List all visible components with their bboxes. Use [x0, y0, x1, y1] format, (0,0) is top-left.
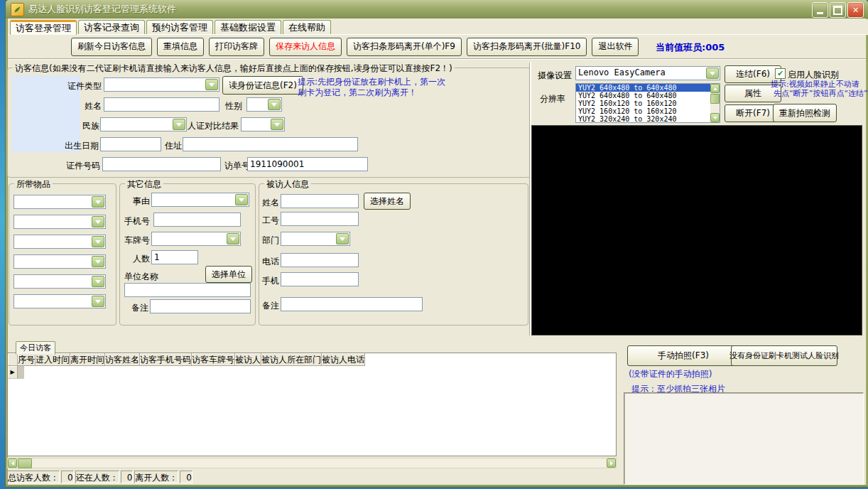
visited-name-input[interactable]	[281, 194, 359, 208]
table-column-header[interactable]: 访客姓名	[105, 353, 140, 366]
chevron-down-icon[interactable]	[271, 119, 283, 130]
close-icon: ✕	[852, 6, 859, 15]
toolbar-button[interactable]: 访客扫条形码离开(单个)F9	[347, 38, 462, 56]
work-no-input[interactable]	[281, 212, 359, 226]
face-compare-combo[interactable]	[241, 117, 285, 131]
scroll-down-icon[interactable]	[710, 113, 720, 122]
item-combo-5[interactable]	[13, 274, 106, 289]
visited-mobile-input[interactable]	[281, 272, 359, 286]
ethnic-combo[interactable]	[100, 117, 187, 131]
main-tab[interactable]: 在线帮助	[283, 20, 331, 34]
chevron-down-icon[interactable]	[227, 233, 239, 244]
address-input[interactable]	[183, 137, 358, 151]
toolbar-button[interactable]: 打印访客牌	[209, 38, 264, 56]
scroll-up-icon[interactable]	[710, 84, 720, 93]
reason-combo[interactable]	[151, 193, 249, 207]
table-hscrollbar[interactable]	[7, 458, 617, 468]
chevron-down-icon[interactable]	[706, 68, 719, 79]
main-tab[interactable]: 访客记录查询	[78, 20, 145, 34]
select-unit-button[interactable]: 选择单位	[205, 266, 252, 283]
table-column-header[interactable]: 序号	[18, 353, 36, 366]
visitor-mobile-input[interactable]	[153, 213, 241, 227]
id-number-input[interactable]	[102, 157, 221, 171]
window-frame-bottom	[6, 485, 868, 487]
visit-no-input[interactable]	[247, 157, 368, 171]
table-column-header[interactable]: 离开时间	[70, 353, 105, 366]
people-count-input[interactable]	[151, 250, 198, 264]
unit-name-input[interactable]	[124, 283, 251, 297]
scroll-left-icon[interactable]	[8, 458, 17, 468]
chevron-down-icon[interactable]	[92, 196, 104, 208]
table-column-header[interactable]: 访客手机号码	[140, 353, 192, 366]
resolution-option[interactable]: YUY2 320x240 to 320x240	[576, 115, 710, 122]
chevron-down-icon[interactable]	[268, 99, 281, 110]
table-column-header[interactable]: 访客车牌号	[192, 353, 235, 366]
table-row[interactable]: ▶	[8, 366, 616, 379]
chevron-down-icon[interactable]	[235, 194, 248, 205]
maximize-button[interactable]	[830, 2, 846, 18]
chevron-down-icon[interactable]	[92, 216, 104, 227]
department-combo[interactable]	[281, 232, 350, 246]
visited-phone-label: 电话	[262, 256, 279, 268]
plate-combo[interactable]	[151, 232, 241, 246]
item-combo-2[interactable]	[13, 215, 106, 229]
item-combo-6[interactable]	[13, 294, 106, 308]
resolution-scrollbar[interactable]	[710, 84, 720, 122]
table-column-header[interactable]: 被访人	[235, 353, 261, 366]
chevron-down-icon[interactable]	[92, 256, 104, 267]
table-column-header[interactable]: 被访人所在部门	[261, 353, 322, 366]
title-bar[interactable]: 易达人脸识别访客登记管理系统软件 ✕	[6, 0, 868, 18]
status-group: 还在人数： 0	[75, 471, 134, 483]
plate-label: 车牌号	[124, 235, 150, 247]
resolution-option[interactable]: YUY2 160x120 to 160x120	[576, 100, 710, 107]
retake-photo-button[interactable]: 重新拍照检测	[773, 104, 837, 122]
table-cell[interactable]	[23, 366, 24, 379]
id-type-combo[interactable]	[104, 77, 219, 92]
chevron-down-icon[interactable]	[173, 119, 185, 130]
today-visitors-table[interactable]: 序号进入时间离开时间访客姓名访客手机号码访客车牌号被访人被访人所在部门被访人电话…	[7, 353, 617, 456]
resolution-option[interactable]: YUY2 640x480 to 640x480	[576, 84, 710, 92]
toolbar-button[interactable]: 重填信息	[157, 38, 204, 56]
chevron-down-icon[interactable]	[336, 233, 349, 244]
manual-photo-button[interactable]: 手动拍照(F3)	[627, 345, 739, 366]
gender-value	[247, 98, 267, 111]
table-column-header[interactable]: 被访人电话	[322, 353, 365, 366]
hscroll-thumb[interactable]	[18, 458, 32, 468]
resolution-option[interactable]: YUY2 160x120 to 160x120	[576, 107, 710, 115]
toolbar-button[interactable]: 退出软件	[592, 38, 639, 56]
address-label: 住址	[165, 140, 182, 152]
toolbar-button[interactable]: 保存来访人信息	[269, 38, 342, 56]
main-tab[interactable]: 预约访客管理	[146, 20, 213, 34]
resolution-listbox[interactable]: YUY2 640x480 to 640x480YUY2 640x480 to 6…	[575, 83, 720, 123]
item-combo-1[interactable]	[13, 195, 106, 209]
resolution-option[interactable]: YUY2 640x480 to 640x480	[576, 92, 710, 100]
visited-phone-input[interactable]	[281, 253, 359, 267]
select-name-button[interactable]: 选择姓名	[364, 193, 411, 210]
scroll-thumb[interactable]	[710, 94, 720, 104]
face-recognition-checkbox[interactable]: ✔	[775, 68, 786, 79]
chevron-down-icon[interactable]	[92, 276, 104, 287]
test-face-recognition-button[interactable]: 没有身份证刷卡机测试人脸识别	[731, 345, 837, 366]
main-tab[interactable]: 访客登录管理	[10, 20, 77, 35]
chevron-down-icon[interactable]	[205, 79, 218, 90]
other-remark-input[interactable]	[150, 299, 251, 313]
main-tab[interactable]: 基础数据设置	[215, 20, 281, 34]
chevron-down-icon[interactable]	[92, 236, 104, 247]
read-id-card-button[interactable]: 读身份证信息(F2)	[222, 76, 303, 95]
resolution-label: 分辨率	[540, 93, 565, 105]
visited-remark-input[interactable]	[281, 297, 423, 311]
item-combo-3[interactable]	[13, 235, 106, 249]
scroll-right-icon[interactable]	[607, 458, 616, 468]
close-button[interactable]: ✕	[847, 2, 864, 18]
item-combo-4[interactable]	[13, 254, 106, 269]
toolbar-button[interactable]: 刷新今日访客信息	[71, 38, 152, 56]
table-column-header[interactable]: 进入时间	[36, 353, 70, 366]
toolbar-button[interactable]: 访客扫条形码离开(批量)F10	[467, 38, 587, 56]
today-visitors-tab[interactable]: 今日访客	[16, 341, 55, 355]
birth-date-input[interactable]	[100, 137, 161, 151]
gender-combo[interactable]	[246, 97, 282, 112]
chevron-down-icon[interactable]	[92, 296, 104, 307]
camera-device-combo[interactable]: Lenovo EasyCamera	[575, 66, 720, 80]
minimize-button[interactable]	[812, 2, 828, 18]
visitor-name-input[interactable]	[104, 97, 219, 112]
